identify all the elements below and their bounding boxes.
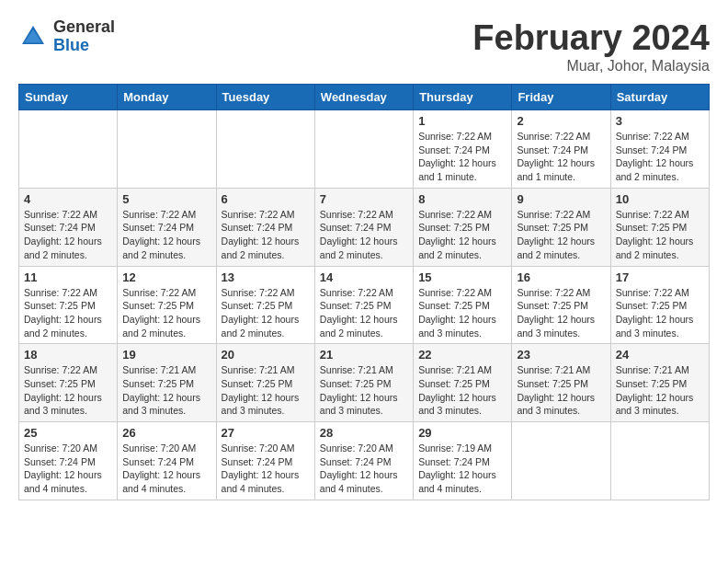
day-cell: 9Sunrise: 7:22 AM Sunset: 7:25 PM Daylig… [512, 188, 610, 266]
location-title: Muar, Johor, Malaysia [472, 58, 710, 75]
day-info: Sunrise: 7:20 AM Sunset: 7:24 PM Dayligh… [122, 442, 210, 496]
column-header-saturday: Saturday [610, 85, 709, 110]
day-cell: 11Sunrise: 7:22 AM Sunset: 7:25 PM Dayli… [19, 266, 118, 344]
month-title: February 2024 [472, 18, 710, 58]
day-info: Sunrise: 7:22 AM Sunset: 7:25 PM Dayligh… [122, 286, 210, 340]
day-info: Sunrise: 7:20 AM Sunset: 7:24 PM Dayligh… [320, 442, 408, 496]
day-number: 2 [517, 114, 605, 128]
day-number: 14 [320, 270, 408, 284]
column-header-thursday: Thursday [414, 85, 512, 110]
calendar-table: SundayMondayTuesdayWednesdayThursdayFrid… [18, 84, 710, 500]
day-number: 21 [320, 348, 408, 362]
day-number: 13 [222, 270, 310, 284]
day-number: 29 [418, 426, 506, 440]
day-cell: 24Sunrise: 7:21 AM Sunset: 7:25 PM Dayli… [610, 344, 709, 422]
day-number: 10 [616, 192, 704, 206]
day-number: 11 [24, 270, 112, 284]
day-cell: 23Sunrise: 7:21 AM Sunset: 7:25 PM Dayli… [512, 344, 610, 422]
day-cell: 18Sunrise: 7:22 AM Sunset: 7:25 PM Dayli… [19, 344, 118, 422]
day-cell: 21Sunrise: 7:21 AM Sunset: 7:25 PM Dayli… [314, 344, 413, 422]
day-info: Sunrise: 7:22 AM Sunset: 7:25 PM Dayligh… [222, 286, 310, 340]
week-row-1: 1Sunrise: 7:22 AM Sunset: 7:24 PM Daylig… [19, 110, 710, 189]
day-cell [216, 110, 314, 189]
day-cell [19, 110, 118, 189]
day-info: Sunrise: 7:22 AM Sunset: 7:25 PM Dayligh… [517, 208, 605, 262]
week-row-5: 25Sunrise: 7:20 AM Sunset: 7:24 PM Dayli… [19, 422, 710, 500]
column-header-friday: Friday [512, 85, 610, 110]
day-number: 1 [418, 114, 506, 128]
day-cell: 12Sunrise: 7:22 AM Sunset: 7:25 PM Dayli… [118, 266, 216, 344]
day-info: Sunrise: 7:21 AM Sunset: 7:25 PM Dayligh… [320, 363, 408, 418]
day-number: 20 [222, 348, 310, 362]
day-cell [512, 422, 610, 500]
day-info: Sunrise: 7:20 AM Sunset: 7:24 PM Dayligh… [222, 442, 310, 496]
column-header-tuesday: Tuesday [216, 85, 314, 110]
day-info: Sunrise: 7:21 AM Sunset: 7:25 PM Dayligh… [222, 363, 310, 418]
day-cell: 20Sunrise: 7:21 AM Sunset: 7:25 PM Dayli… [216, 344, 314, 422]
day-cell: 3Sunrise: 7:22 AM Sunset: 7:24 PM Daylig… [610, 110, 709, 189]
page-header: General Blue February 2024 Muar, Johor, … [18, 18, 710, 75]
day-info: Sunrise: 7:22 AM Sunset: 7:24 PM Dayligh… [616, 130, 704, 184]
day-cell: 27Sunrise: 7:20 AM Sunset: 7:24 PM Dayli… [216, 422, 314, 500]
logo-blue: Blue [53, 37, 115, 55]
day-cell: 26Sunrise: 7:20 AM Sunset: 7:24 PM Dayli… [118, 422, 216, 500]
day-number: 18 [24, 348, 112, 362]
column-header-sunday: Sunday [19, 85, 118, 110]
day-number: 6 [222, 192, 310, 206]
day-info: Sunrise: 7:22 AM Sunset: 7:24 PM Dayligh… [222, 208, 310, 262]
day-cell: 17Sunrise: 7:22 AM Sunset: 7:25 PM Dayli… [610, 266, 709, 344]
calendar-header-row: SundayMondayTuesdayWednesdayThursdayFrid… [19, 85, 710, 110]
day-number: 27 [222, 426, 310, 440]
day-number: 7 [320, 192, 408, 206]
logo: General Blue [18, 18, 115, 55]
week-row-3: 11Sunrise: 7:22 AM Sunset: 7:25 PM Dayli… [19, 266, 710, 344]
day-number: 25 [24, 426, 112, 440]
day-info: Sunrise: 7:21 AM Sunset: 7:25 PM Dayligh… [616, 363, 704, 418]
day-info: Sunrise: 7:22 AM Sunset: 7:25 PM Dayligh… [418, 286, 506, 340]
day-cell: 19Sunrise: 7:21 AM Sunset: 7:25 PM Dayli… [118, 344, 216, 422]
day-cell: 7Sunrise: 7:22 AM Sunset: 7:24 PM Daylig… [314, 188, 413, 266]
logo-general: General [53, 18, 115, 37]
day-cell: 15Sunrise: 7:22 AM Sunset: 7:25 PM Dayli… [414, 266, 512, 344]
day-cell: 6Sunrise: 7:22 AM Sunset: 7:24 PM Daylig… [216, 188, 314, 266]
day-cell: 25Sunrise: 7:20 AM Sunset: 7:24 PM Dayli… [19, 422, 118, 500]
day-cell: 16Sunrise: 7:22 AM Sunset: 7:25 PM Dayli… [512, 266, 610, 344]
column-header-monday: Monday [118, 85, 216, 110]
day-cell: 8Sunrise: 7:22 AM Sunset: 7:25 PM Daylig… [414, 188, 512, 266]
day-cell: 29Sunrise: 7:19 AM Sunset: 7:24 PM Dayli… [414, 422, 512, 500]
day-cell [118, 110, 216, 189]
day-info: Sunrise: 7:22 AM Sunset: 7:24 PM Dayligh… [418, 130, 506, 184]
day-cell: 10Sunrise: 7:22 AM Sunset: 7:25 PM Dayli… [610, 188, 709, 266]
day-cell: 13Sunrise: 7:22 AM Sunset: 7:25 PM Dayli… [216, 266, 314, 344]
day-cell [610, 422, 709, 500]
day-number: 19 [122, 348, 210, 362]
day-info: Sunrise: 7:22 AM Sunset: 7:24 PM Dayligh… [122, 208, 210, 262]
day-number: 15 [418, 270, 506, 284]
logo-text: General Blue [53, 18, 115, 55]
day-number: 16 [517, 270, 605, 284]
day-info: Sunrise: 7:22 AM Sunset: 7:24 PM Dayligh… [24, 208, 112, 262]
day-number: 24 [616, 348, 704, 362]
day-number: 17 [616, 270, 704, 284]
day-cell: 4Sunrise: 7:22 AM Sunset: 7:24 PM Daylig… [19, 188, 118, 266]
day-number: 26 [122, 426, 210, 440]
day-number: 5 [122, 192, 210, 206]
logo-icon [18, 22, 48, 52]
day-number: 9 [517, 192, 605, 206]
day-number: 4 [24, 192, 112, 206]
day-cell: 28Sunrise: 7:20 AM Sunset: 7:24 PM Dayli… [314, 422, 413, 500]
day-info: Sunrise: 7:22 AM Sunset: 7:25 PM Dayligh… [320, 286, 408, 340]
day-number: 12 [122, 270, 210, 284]
day-number: 28 [320, 426, 408, 440]
day-info: Sunrise: 7:22 AM Sunset: 7:25 PM Dayligh… [616, 208, 704, 262]
day-number: 3 [616, 114, 704, 128]
column-header-wednesday: Wednesday [314, 85, 413, 110]
day-info: Sunrise: 7:20 AM Sunset: 7:24 PM Dayligh… [24, 442, 112, 496]
day-info: Sunrise: 7:22 AM Sunset: 7:25 PM Dayligh… [24, 363, 112, 418]
day-info: Sunrise: 7:21 AM Sunset: 7:25 PM Dayligh… [517, 363, 605, 418]
day-info: Sunrise: 7:22 AM Sunset: 7:25 PM Dayligh… [418, 208, 506, 262]
day-cell [314, 110, 413, 189]
day-info: Sunrise: 7:22 AM Sunset: 7:25 PM Dayligh… [616, 286, 704, 340]
day-info: Sunrise: 7:22 AM Sunset: 7:25 PM Dayligh… [24, 286, 112, 340]
day-number: 8 [418, 192, 506, 206]
